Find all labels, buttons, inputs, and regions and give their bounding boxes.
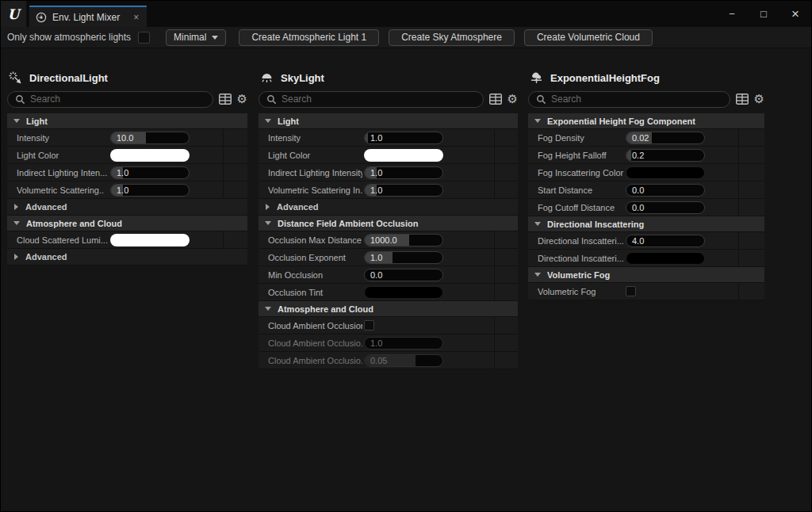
cloud-ambient-occlusion-checkbox[interactable] [364,320,374,331]
row-fog-density: Fog Density0.02 [528,129,764,147]
light-color-swatch[interactable] [110,149,190,162]
collapse-arrow-icon [13,221,20,225]
gear-icon[interactable]: ⚙ [508,94,518,105]
advanced-row[interactable]: Advanced [7,199,247,216]
occlusion-tint-swatch[interactable] [364,286,443,299]
tab-env-light-mixer[interactable]: Env. Light Mixer × [29,6,147,27]
create-sky-atmosphere-button[interactable]: Create Sky Atmosphere [389,29,515,46]
row-fog-height-falloff: Fog Height Falloff0.2 [528,147,764,164]
column-title: DirectionalLight [29,72,108,84]
preset-dropdown[interactable]: Minimal [166,29,226,46]
intensity-spinbox[interactable]: 10.0 [110,132,190,144]
details-view-icon[interactable] [736,94,749,105]
min-occlusion-spinbox[interactable]: 0.0 [364,269,443,281]
column-title: ExponentialHeightFog [550,72,660,84]
search-placeholder: Search [551,94,581,105]
section-exponential-height-fog-component[interactable]: Exponential Height Fog Component [528,113,764,129]
fog-inscattering-color-swatch[interactable] [626,166,705,179]
search-input[interactable]: Search [7,91,213,108]
fog-cutoff-distance-spinbox[interactable]: 0.0 [626,201,705,214]
directional-inscattering-spinbox[interactable]: 4.0 [626,235,705,247]
advanced-row[interactable]: Advanced [7,249,247,266]
preset-dropdown-value: Minimal [174,32,206,43]
details-view-icon[interactable] [219,94,232,105]
row-intensity: Intensity1.0 [259,129,518,147]
intensity-spinbox[interactable]: 1.0 [364,132,443,144]
row-directional-inscattering-exponent: Directional Inscatteri...4.0 [528,232,764,250]
search-icon [266,94,277,105]
sky-light-column: SkyLight Search ⚙ Light Intensity1.0 Lig… [259,49,518,369]
section-atmosphere-and-cloud[interactable]: Atmosphere and Cloud [259,301,518,317]
reset-column-divider [223,129,224,147]
section-light[interactable]: Light [7,113,247,129]
search-input[interactable]: Search [259,91,484,108]
gear-icon[interactable]: ⚙ [237,94,247,105]
cloud-scattered-luminance-swatch[interactable] [110,234,190,246]
row-fog-cutoff-distance: Fog Cutoff Distance0.0 [528,199,764,216]
volumetric-scattering-spinbox[interactable]: 1.0 [110,184,190,197]
search-icon [536,94,546,105]
light-color-swatch[interactable] [364,149,443,162]
section-directional-inscattering[interactable]: Directional Inscattering [528,216,764,232]
exponential-height-fog-header: ExponentialHeightFog [530,70,764,86]
search-placeholder: Search [30,94,60,105]
section-distance-field-ambient-occlusion[interactable]: Distance Field Ambient Occlusion [259,216,518,231]
details-view-icon[interactable] [489,94,502,105]
fog-height-falloff-spinbox[interactable]: 0.2 [626,149,705,162]
directional-light-column: DirectionalLight Search ⚙ Light Intensit… [7,49,247,266]
occlusion-max-distance-spinbox[interactable]: 1000.0 [364,234,443,246]
row-directional-inscattering-color: Directional Inscatteri... [528,250,764,267]
chevron-down-icon [212,36,218,40]
fog-density-spinbox[interactable]: 0.02 [626,132,705,144]
exponential-height-fog-column: ExponentialHeightFog Search ⚙ Exponentia… [528,49,764,300]
collapse-arrow-icon [265,307,271,311]
only-show-atmospheric-lights-checkbox[interactable] [138,32,150,44]
directional-inscattering-color-swatch[interactable] [626,252,705,265]
row-light-color: Light Color [259,147,518,164]
search-icon [15,94,25,105]
row-intensity: Intensity10.0 [7,129,247,147]
row-occlusion-exponent: Occlusion Exponent1.0 [259,249,518,266]
create-atmospheric-light-button[interactable]: Create Atmospheric Light 1 [239,29,379,46]
advanced-row[interactable]: Advanced [259,199,518,216]
row-start-distance: Start Distance0.0 [528,181,764,199]
search-placeholder: Search [282,94,312,105]
expand-arrow-icon [14,254,18,260]
close-button[interactable]: × [779,6,811,22]
collapse-arrow-icon [534,119,541,123]
gear-icon[interactable]: ⚙ [754,94,764,105]
collapse-arrow-icon [265,119,271,123]
section-light[interactable]: Light [259,113,518,129]
collapse-arrow-icon [265,221,271,225]
occlusion-exponent-spinbox[interactable]: 1.0 [364,251,443,264]
unreal-logo-icon: U [1,1,26,27]
section-volumetric-fog[interactable]: Volumetric Fog [528,267,764,283]
start-distance-spinbox[interactable]: 0.0 [626,184,705,197]
row-fog-inscattering-color: Fog Inscattering Color [528,164,764,181]
create-volumetric-cloud-button[interactable]: Create Volumetric Cloud [524,29,653,46]
volumetric-scattering-spinbox[interactable]: 1.0 [364,184,443,197]
section-atmosphere-and-cloud[interactable]: Atmosphere and Cloud [7,216,247,231]
tab-close-icon[interactable]: × [133,12,139,23]
row-cloud-scattered-luminance: Cloud Scattered Lumi... [7,231,247,249]
row-cloud-ambient-occlusion: Cloud Ambient Occlusion [259,317,518,334]
collapse-arrow-icon [534,273,541,277]
volumetric-fog-checkbox[interactable] [626,286,636,296]
row-occlusion-max-distance: Occlusion Max Distance1000.0 [259,231,518,249]
sky-light-icon [260,71,274,84]
cloud-ambient-occlusion-strength-spinbox: 1.0 [364,337,443,350]
indirect-lighting-intensity-spinbox[interactable]: 1.0 [364,166,443,179]
tab-title: Env. Light Mixer [52,12,120,23]
light-mixer-content: DirectionalLight Search ⚙ Light Intensit… [1,49,811,511]
cloud-ambient-occlusion-extent-spinbox: 0.05 [364,354,443,367]
search-input[interactable]: Search [528,91,730,108]
minimize-button[interactable]: − [716,8,748,20]
maximize-button[interactable]: □ [748,8,779,20]
directional-light-header: DirectionalLight [9,70,247,86]
expand-arrow-icon [266,204,270,210]
title-bar: U Env. Light Mixer × − □ × [1,1,811,27]
row-indirect-lighting-intensity: Indirect Lighting Inten...1.0 [7,164,247,181]
indirect-lighting-intensity-spinbox[interactable]: 1.0 [110,166,190,179]
env-light-mixer-window: U Env. Light Mixer × − □ × Only show atm… [0,0,812,512]
row-light-color: Light Color [7,147,247,164]
